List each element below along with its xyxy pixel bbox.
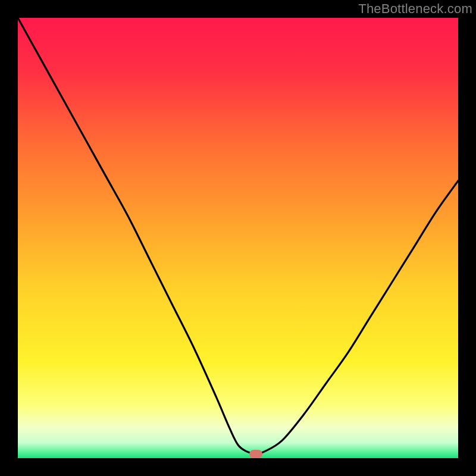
watermark-text: TheBottleneck.com <box>358 1 472 17</box>
bottleneck-curve <box>18 18 458 458</box>
plot-area <box>18 18 458 458</box>
optimal-marker <box>249 450 262 458</box>
chart-frame: TheBottleneck.com <box>0 0 476 476</box>
